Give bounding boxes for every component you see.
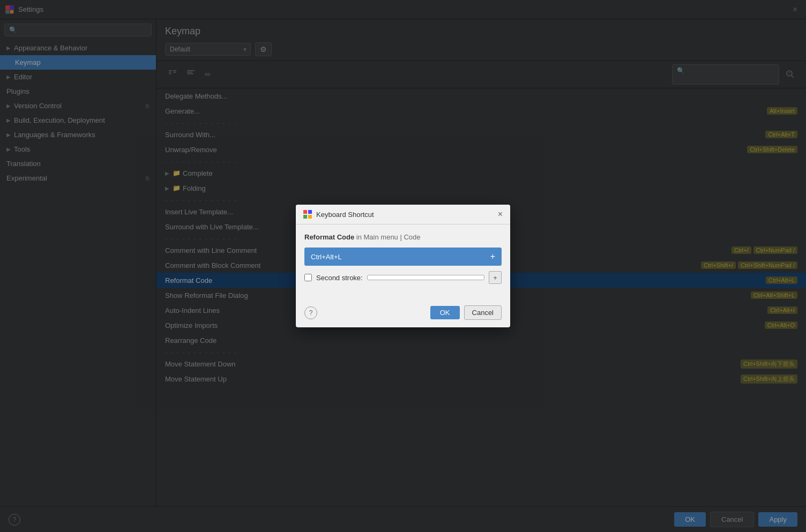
add-shortcut-icon: + <box>490 252 495 261</box>
modal-cancel-button[interactable]: Cancel <box>464 305 502 320</box>
modal-app-icon <box>303 210 312 219</box>
second-stroke-add-button[interactable]: + <box>489 271 502 284</box>
svg-rect-15 <box>303 210 307 214</box>
keyboard-shortcut-dialog: Keyboard Shortcut × Reformat Code in Mai… <box>296 205 510 327</box>
modal-body: Reformat Code in Main menu | Code Ctrl+A… <box>296 224 510 301</box>
second-stroke-row: Second stroke: + <box>304 271 502 284</box>
action-name: Reformat Code <box>304 233 354 241</box>
modal-title: Keyboard Shortcut <box>316 211 494 219</box>
modal-help-button[interactable]: ? <box>304 306 317 319</box>
second-stroke-label: Second stroke: <box>316 274 363 282</box>
modal-ok-button[interactable]: OK <box>430 306 460 319</box>
modal-footer: ? OK Cancel <box>296 301 510 327</box>
shortcut-input-wrapper[interactable]: Ctrl+Alt+L + <box>304 248 502 266</box>
modal-subtitle: Reformat Code in Main menu | Code <box>304 233 502 241</box>
second-stroke-checkbox[interactable] <box>304 274 312 281</box>
action-path: in Main menu | Code <box>354 233 420 241</box>
modal-titlebar: Keyboard Shortcut × <box>296 205 510 224</box>
shortcut-value: Ctrl+Alt+L <box>311 253 490 261</box>
second-stroke-input[interactable] <box>367 275 484 280</box>
svg-rect-18 <box>308 215 312 219</box>
modal-overlay: Keyboard Shortcut × Reformat Code in Mai… <box>0 0 806 532</box>
svg-rect-16 <box>308 210 312 214</box>
svg-rect-17 <box>303 215 307 219</box>
modal-close-button[interactable]: × <box>498 210 503 219</box>
